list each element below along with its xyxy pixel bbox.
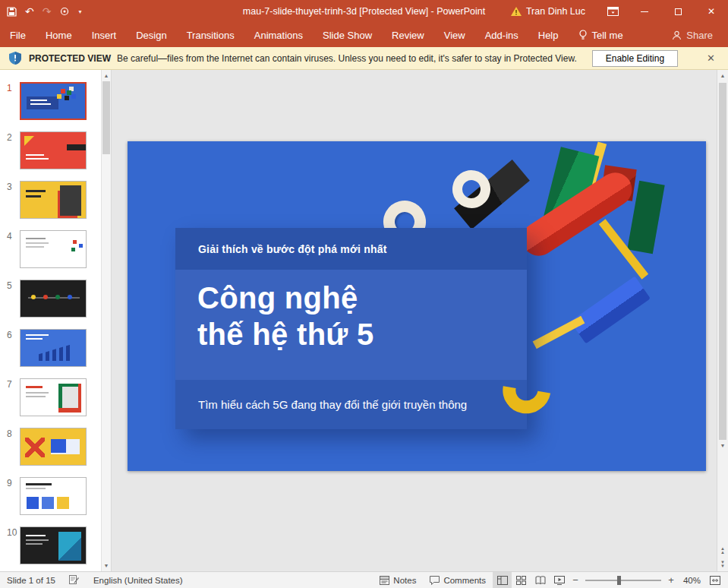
slide-canvas[interactable]: Giải thích về bước đột phá mới nhất Công… <box>112 70 717 571</box>
save-icon[interactable] <box>7 7 17 17</box>
tab-view[interactable]: View <box>434 23 475 47</box>
slide-preview[interactable] <box>20 131 87 169</box>
quick-access-toolbar: ↶ ↷ ▾ <box>0 0 81 23</box>
scroll-up-icon[interactable]: ▲ <box>717 70 728 81</box>
zoom-in-button[interactable]: + <box>664 574 678 586</box>
scroll-down-icon[interactable]: ▼ <box>102 560 111 571</box>
status-bar: Slide 1 of 15 English (United States) No… <box>0 571 728 588</box>
powerpoint-window: ↶ ↷ ▾ mau-7-slide-thuyet-trinh-3d [Prote… <box>0 0 728 588</box>
touch-mode-icon[interactable] <box>59 6 70 17</box>
notes-button[interactable]: Notes <box>373 572 423 588</box>
tab-help[interactable]: Help <box>528 23 569 47</box>
tell-me-label: Tell me <box>592 30 623 41</box>
tell-me-box[interactable]: Tell me <box>569 23 633 47</box>
tab-insert[interactable]: Insert <box>82 23 127 47</box>
undo-icon[interactable]: ↶ <box>25 6 34 17</box>
slide-preview[interactable] <box>20 428 87 466</box>
zoom-slider-knob[interactable] <box>617 576 621 585</box>
slide-preview[interactable] <box>20 280 87 318</box>
language-button[interactable]: English (United States) <box>87 572 190 588</box>
previous-slide-button[interactable]: ▲▲ <box>717 544 728 558</box>
tab-slide-show[interactable]: Slide Show <box>313 23 382 47</box>
thumbnail-art <box>20 379 86 416</box>
slide-number: 10 <box>0 526 20 564</box>
close-button[interactable]: ✕ <box>695 0 728 23</box>
user-name: Tran Dinh Luc <box>526 6 585 17</box>
scroll-up-icon[interactable]: ▲ <box>102 70 111 81</box>
slide-sorter-view-button[interactable] <box>512 572 531 588</box>
maximize-button[interactable] <box>661 0 695 23</box>
redo-icon[interactable]: ↷ <box>43 6 52 17</box>
title-bar: ↶ ↷ ▾ mau-7-slide-thuyet-trinh-3d [Prote… <box>0 0 728 23</box>
tab-review[interactable]: Review <box>382 23 434 47</box>
slide-title-text: Công nghệ thế hệ thứ 5 <box>175 270 527 380</box>
slide-thumbnail-6[interactable]: 6 <box>0 329 101 367</box>
share-button[interactable]: Share <box>672 30 728 41</box>
slide-thumbnail-4[interactable]: 4 <box>0 230 101 268</box>
slide-thumbnail-7[interactable]: 7 <box>0 378 101 416</box>
scrollbar-thumb[interactable] <box>102 81 110 154</box>
slide-preview[interactable] <box>20 378 87 416</box>
scroll-down-icon[interactable]: ▼ <box>717 440 728 451</box>
protected-view-label: PROTECTED VIEW <box>29 53 111 64</box>
slide-show-view-button[interactable] <box>550 572 569 588</box>
zoom-level[interactable]: 40% <box>678 576 705 585</box>
tab-home[interactable]: Home <box>36 23 82 47</box>
window-title: mau-7-slide-thuyet-trinh-3d [Protected V… <box>243 6 485 17</box>
ribbon-display-options-button[interactable] <box>597 0 628 23</box>
slide-1-editor[interactable]: Giải thích về bước đột phá mới nhất Công… <box>128 141 706 471</box>
slide-preview[interactable] <box>20 329 87 367</box>
slide-thumbnail-8[interactable]: 8 <box>0 428 101 466</box>
lightbulb-icon <box>578 30 588 40</box>
slide-thumbnail-1[interactable]: 1 <box>0 82 101 120</box>
scrollbar-track[interactable] <box>102 154 111 560</box>
share-label: Share <box>686 30 713 41</box>
next-slide-button[interactable]: ▼▼ <box>717 558 728 571</box>
minimize-button[interactable] <box>628 0 661 23</box>
fit-slide-to-window-button[interactable] <box>705 572 725 588</box>
thumbnail-art <box>20 330 86 366</box>
title-text-box[interactable]: Giải thích về bước đột phá mới nhất Công… <box>175 228 527 429</box>
slide-thumbnail-10[interactable]: 10 <box>0 526 101 564</box>
message-bar-close-icon[interactable]: ✕ <box>704 52 718 64</box>
scrollbar-thumb[interactable] <box>719 83 726 440</box>
qat-dropdown-icon[interactable]: ▾ <box>78 8 81 15</box>
zoom-slider[interactable] <box>585 580 661 581</box>
thumbnail-art <box>21 84 85 119</box>
slide-preview[interactable] <box>20 181 87 219</box>
slide-thumbnail-2[interactable]: 2 <box>0 131 101 169</box>
slide-thumbnail-5[interactable]: 5 <box>0 280 101 318</box>
slide-thumbnail-9[interactable]: 9 <box>0 477 101 515</box>
enable-editing-button[interactable]: Enable Editing <box>592 50 678 67</box>
vertical-scrollbar[interactable]: ▲ ▼ ▲▲ ▼▼ <box>717 70 728 571</box>
tab-file[interactable]: File <box>0 23 36 47</box>
reading-view-button[interactable] <box>531 572 550 588</box>
tab-transitions[interactable]: Transitions <box>177 23 244 47</box>
tab-design[interactable]: Design <box>126 23 176 47</box>
tab-add-ins[interactable]: Add-ins <box>475 23 528 47</box>
slide-number: 9 <box>0 477 20 515</box>
normal-view-button[interactable] <box>493 572 512 588</box>
blue-bar-shape <box>570 276 651 343</box>
comments-button[interactable]: Comments <box>423 572 493 588</box>
slide-number: 3 <box>0 181 20 219</box>
tab-animations[interactable]: Animations <box>244 23 313 47</box>
main-area: 1 2 3 4 5 6 7 <box>0 70 728 571</box>
slide-preview[interactable] <box>20 230 87 268</box>
thumbnail-art <box>20 280 86 317</box>
thumbnail-art <box>20 527 86 564</box>
warning-icon <box>511 7 522 16</box>
thumbnail-art <box>20 428 86 465</box>
slide-preview[interactable] <box>20 477 87 515</box>
slide-eyebrow-text: Giải thích về bước đột phá mới nhất <box>175 228 527 270</box>
slide-thumbnail-3[interactable]: 3 <box>0 181 101 219</box>
proofing-icon[interactable] <box>62 572 87 588</box>
account-button[interactable]: Tran Dinh Luc <box>499 0 597 23</box>
thumbnail-scrollbar[interactable]: ▲ ▼ <box>101 70 112 571</box>
thumbnail-art <box>20 182 86 218</box>
slide-indicator: Slide 1 of 15 <box>0 572 62 588</box>
slide-preview[interactable] <box>20 82 87 120</box>
slide-number: 1 <box>0 82 20 120</box>
slide-preview[interactable] <box>20 526 87 564</box>
zoom-out-button[interactable]: − <box>569 574 582 586</box>
